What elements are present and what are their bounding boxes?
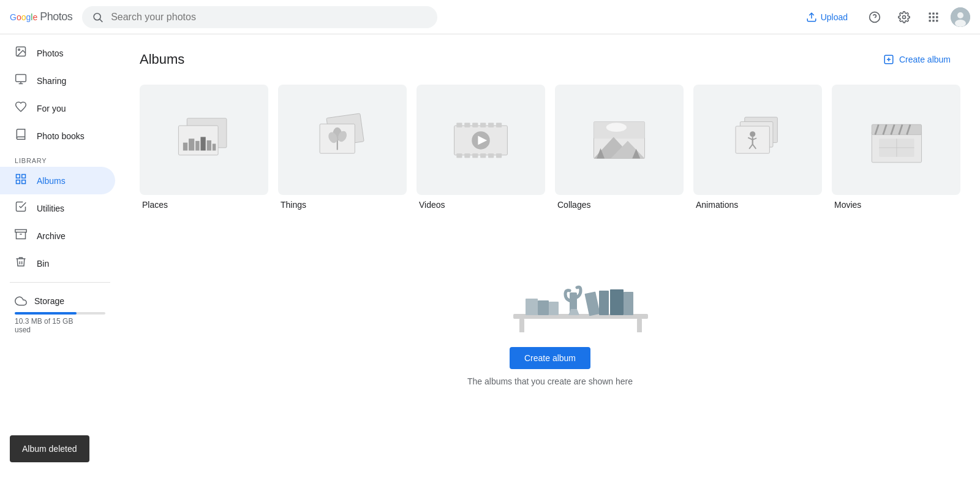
search-bar[interactable] [82,6,437,28]
album-thumb-animations [693,85,822,195]
sidebar-item-utilities[interactable]: Utilities [0,194,115,222]
help-button[interactable] [862,5,887,29]
create-album-button-empty[interactable]: Create album [510,347,590,369]
empty-state-text: The albums that you create are shown her… [467,376,633,386]
upload-button[interactable]: Upload [796,7,858,28]
sidebar-item-for-you[interactable]: For you [0,94,115,122]
album-card-collages[interactable]: Collages [555,85,684,210]
svg-rect-91 [538,300,549,315]
header: Google Photos Upload [0,0,980,34]
svg-rect-9 [929,16,931,18]
album-thumb-things [278,85,407,195]
sidebar-label-photo-books: Photo books [37,131,85,141]
svg-rect-12 [929,20,931,21]
logo-google: Google [10,12,37,22]
album-thumb-places [140,85,268,195]
svg-rect-47 [456,123,462,127]
header-actions: Upload [796,5,970,29]
sidebar-item-sharing[interactable]: Sharing [0,67,115,94]
sidebar-item-archive[interactable]: Archive [0,222,115,250]
apps-button[interactable] [921,5,946,29]
library-section-label: LIBRARY [0,150,120,167]
svg-rect-8 [936,12,938,14]
storage-label: Storage [15,295,105,307]
album-name-movies: Movies [832,200,960,210]
svg-rect-35 [189,139,194,150]
albums-icon [15,173,27,188]
svg-rect-92 [549,302,559,315]
svg-rect-25 [22,180,26,184]
apps-icon [927,11,940,23]
svg-rect-10 [932,16,934,18]
sidebar-label-photos: Photos [37,48,64,58]
create-album-top-label: Create album [899,55,951,64]
sidebar-divider [10,282,110,283]
sidebar-label-albums: Albums [37,176,66,186]
albums-grid: Places Things [140,85,960,210]
svg-rect-38 [207,140,211,151]
svg-rect-14 [936,20,938,21]
utilities-icon [15,200,27,216]
settings-icon [898,11,910,23]
svg-point-63 [606,123,627,132]
album-name-animations: Animations [693,200,822,210]
svg-rect-13 [932,20,934,21]
svg-rect-48 [464,123,470,127]
svg-line-1 [100,19,102,21]
avatar[interactable] [951,7,970,27]
svg-rect-94 [584,292,600,316]
svg-rect-78 [872,124,921,135]
add-album-icon [883,54,894,65]
svg-rect-95 [599,291,609,315]
album-card-movies[interactable]: Movies [832,85,960,210]
album-name-things: Things [278,200,407,210]
sidebar-label-sharing: Sharing [37,76,66,86]
album-card-things[interactable]: Things [278,85,407,210]
svg-rect-26 [17,180,20,184]
help-icon [869,11,881,23]
create-album-button-top[interactable]: Create album [873,49,960,70]
svg-rect-56 [480,153,486,158]
svg-rect-33 [178,126,218,155]
storage-bar-fill [15,312,77,315]
svg-point-5 [903,15,906,18]
album-card-places[interactable]: Places [140,85,268,210]
storage-text: 10.3 MB of 15 GB used [15,317,105,334]
settings-button[interactable] [892,5,916,29]
album-thumb-movies [832,85,960,195]
svg-point-0 [94,13,100,20]
svg-rect-89 [637,319,642,332]
album-name-places: Places [140,200,268,210]
logo[interactable]: Google Photos [10,10,72,23]
svg-rect-96 [610,289,624,315]
storage-section: Storage 10.3 MB of 15 GB used [0,288,120,342]
sidebar-item-bin[interactable]: Bin [0,250,115,277]
album-card-videos[interactable]: Videos [417,85,545,210]
svg-rect-97 [624,292,633,315]
svg-point-19 [18,49,20,51]
svg-point-16 [957,12,963,18]
search-icon [92,11,104,23]
svg-rect-20 [16,75,26,82]
svg-rect-90 [526,299,538,315]
svg-rect-6 [929,12,931,14]
svg-rect-27 [15,230,26,232]
album-card-animations[interactable]: Animations [693,85,822,210]
svg-rect-51 [488,123,494,127]
upload-label: Upload [821,12,848,22]
cloud-icon [15,295,27,307]
svg-rect-39 [213,143,216,150]
sidebar-item-photos[interactable]: Photos [0,39,115,67]
sidebar-item-albums[interactable]: Albums [0,167,115,194]
svg-rect-55 [472,153,478,158]
search-input[interactable] [111,12,428,23]
svg-rect-36 [195,141,199,151]
svg-rect-24 [22,175,26,178]
sidebar-item-photo-books[interactable]: Photo books [0,122,115,150]
for-you-icon [15,101,27,116]
sharing-icon [15,73,27,88]
page-header: Albums Create album [140,49,960,70]
layout: Photos Sharing For you [0,34,980,477]
svg-rect-7 [932,12,934,14]
svg-rect-88 [519,319,524,332]
